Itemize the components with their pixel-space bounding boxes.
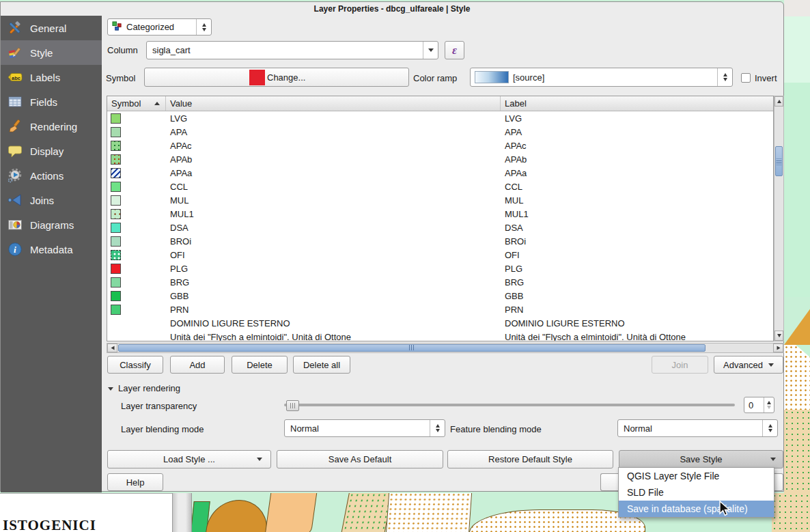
- value-cell[interactable]: MUL1: [166, 209, 501, 219]
- join-button[interactable]: Join: [652, 356, 708, 374]
- vertical-scroll-thumb[interactable]: [775, 146, 783, 176]
- sidebar-item-joins[interactable]: Joins: [1, 188, 102, 212]
- value-cell[interactable]: CCL: [166, 182, 501, 192]
- table-row[interactable]: LVGLVG: [107, 111, 773, 125]
- color-ramp-combo[interactable]: [source]: [470, 68, 733, 87]
- renderer-select[interactable]: Categorized: [107, 18, 212, 36]
- value-cell[interactable]: APAb: [166, 154, 501, 165]
- table-row[interactable]: GBBGBB: [107, 289, 773, 303]
- horizontal-scroll-thumb[interactable]: [118, 344, 706, 352]
- save-style-button[interactable]: Save Style: [619, 450, 783, 468]
- value-cell[interactable]: LVG: [166, 113, 501, 124]
- label-cell[interactable]: APAb: [501, 154, 773, 165]
- column-dropdown-arrow-icon[interactable]: [423, 42, 438, 59]
- label-cell[interactable]: LVG: [501, 113, 773, 124]
- value-cell[interactable]: GBB: [166, 291, 501, 301]
- column-header-symbol[interactable]: Symbol: [107, 96, 166, 111]
- column-header-value[interactable]: Value: [166, 96, 501, 111]
- help-button[interactable]: Help: [107, 473, 163, 491]
- label-cell[interactable]: DOMINIO LIGURE ESTERNO: [501, 318, 773, 328]
- table-row[interactable]: APAcAPAc: [107, 139, 773, 152]
- sidebar-item-style[interactable]: Style: [1, 40, 102, 65]
- save-as-default-button[interactable]: Save As Default: [277, 450, 443, 468]
- label-cell[interactable]: CCL: [501, 182, 773, 192]
- category-symbol-swatch[interactable]: [111, 195, 121, 206]
- value-cell[interactable]: PLG: [166, 264, 501, 274]
- category-symbol-swatch[interactable]: [111, 127, 121, 137]
- add-button[interactable]: Add: [170, 356, 225, 374]
- classify-button[interactable]: Classify: [107, 356, 163, 374]
- sidebar-item-actions[interactable]: Actions: [1, 163, 102, 188]
- category-symbol-swatch[interactable]: [111, 141, 121, 151]
- delete-all-button[interactable]: Delete all: [293, 356, 350, 374]
- sidebar-item-diagrams[interactable]: Diagrams: [1, 212, 102, 237]
- layer-blending-spin[interactable]: [430, 420, 445, 436]
- expression-button[interactable]: ε: [445, 41, 464, 59]
- table-row[interactable]: MUL1MUL1: [107, 207, 773, 221]
- category-symbol-swatch[interactable]: [111, 305, 121, 315]
- value-cell[interactable]: BRG: [166, 277, 501, 288]
- label-cell[interactable]: APAc: [501, 141, 773, 151]
- category-symbol-swatch[interactable]: [111, 277, 121, 288]
- category-symbol-swatch[interactable]: [111, 291, 121, 301]
- label-cell[interactable]: Unità dei "Flysch a elmintoidi". Unità d…: [501, 332, 773, 342]
- category-symbol-swatch[interactable]: [111, 264, 121, 274]
- category-symbol-swatch[interactable]: [111, 223, 121, 233]
- value-cell[interactable]: BROi: [166, 236, 501, 247]
- value-cell[interactable]: APAc: [166, 141, 501, 151]
- label-cell[interactable]: APAa: [501, 168, 773, 178]
- category-symbol-swatch[interactable]: [111, 113, 121, 124]
- table-row[interactable]: PLGPLG: [107, 262, 773, 275]
- panel-splitter[interactable]: [172, 493, 192, 532]
- menu-item-save-in-database[interactable]: Save in database (spatialite): [619, 501, 774, 517]
- column-header-label[interactable]: Label: [501, 96, 773, 111]
- category-symbol-swatch[interactable]: [111, 209, 121, 219]
- advanced-button[interactable]: Advanced: [714, 356, 783, 374]
- table-row[interactable]: DSADSA: [107, 221, 773, 234]
- scroll-left-button[interactable]: [107, 344, 117, 352]
- table-row[interactable]: APAbAPAb: [107, 152, 773, 166]
- sidebar-item-rendering[interactable]: Rendering: [1, 114, 102, 139]
- feature-blending-spin[interactable]: [762, 420, 777, 436]
- value-cell[interactable]: APA: [166, 127, 501, 137]
- table-row[interactable]: BROiBROi: [107, 234, 773, 248]
- layer-blending-select[interactable]: Normal: [284, 419, 445, 437]
- dialog-titlebar[interactable]: Layer Properties - dbcg_ulfareale | Styl…: [1, 2, 783, 16]
- layer-rendering-header[interactable]: Layer rendering: [108, 380, 180, 397]
- value-cell[interactable]: Unità dei "Flysch a elmintoidi". Unità d…: [166, 332, 501, 342]
- feature-blending-select[interactable]: Normal: [617, 419, 778, 437]
- value-cell[interactable]: DOMINIO LIGURE ESTERNO: [166, 318, 501, 328]
- restore-default-style-button[interactable]: Restore Default Style: [447, 450, 613, 468]
- category-symbol-swatch[interactable]: [111, 236, 121, 247]
- category-symbol-swatch[interactable]: [111, 168, 121, 178]
- transparency-spinbox[interactable]: 0: [744, 397, 774, 413]
- label-cell[interactable]: BROi: [501, 236, 773, 247]
- label-cell[interactable]: GBB: [501, 291, 773, 301]
- sidebar-item-display[interactable]: Display: [1, 139, 102, 163]
- label-cell[interactable]: APA: [501, 127, 773, 137]
- scroll-down-button[interactable]: [774, 331, 783, 341]
- table-row[interactable]: BRGBRG: [107, 275, 773, 289]
- transparency-slider[interactable]: [284, 400, 735, 410]
- table-row[interactable]: MULMUL: [107, 193, 773, 207]
- sidebar-item-fields[interactable]: Fields: [1, 89, 102, 114]
- label-cell[interactable]: BRG: [501, 277, 773, 288]
- slider-groove[interactable]: [284, 404, 735, 406]
- menu-item-sld-file[interactable]: SLD File: [619, 484, 774, 501]
- table-row[interactable]: PRNPRN: [107, 303, 773, 316]
- scroll-up-button[interactable]: [774, 96, 783, 107]
- table-vertical-scrollbar[interactable]: [774, 96, 784, 341]
- label-cell[interactable]: PLG: [501, 264, 773, 274]
- value-cell[interactable]: PRN: [166, 305, 501, 315]
- table-row[interactable]: DOMINIO LIGURE ESTERNODOMINIO LIGURE EST…: [107, 316, 773, 330]
- value-cell[interactable]: APAa: [166, 168, 501, 178]
- table-row[interactable]: Unità dei "Flysch a elmintoidi". Unità d…: [107, 330, 773, 341]
- symbol-change-button[interactable]: Change...: [144, 68, 409, 87]
- menu-item-qgis-layer-style-file[interactable]: QGIS Layer Style File: [619, 468, 774, 484]
- renderer-spin[interactable]: [196, 19, 211, 35]
- table-row[interactable]: CCLCCL: [107, 180, 773, 193]
- spinbox-arrows[interactable]: [764, 397, 774, 412]
- table-horizontal-scrollbar[interactable]: [107, 343, 784, 353]
- value-cell[interactable]: DSA: [166, 223, 501, 233]
- table-row[interactable]: APAAPA: [107, 125, 773, 139]
